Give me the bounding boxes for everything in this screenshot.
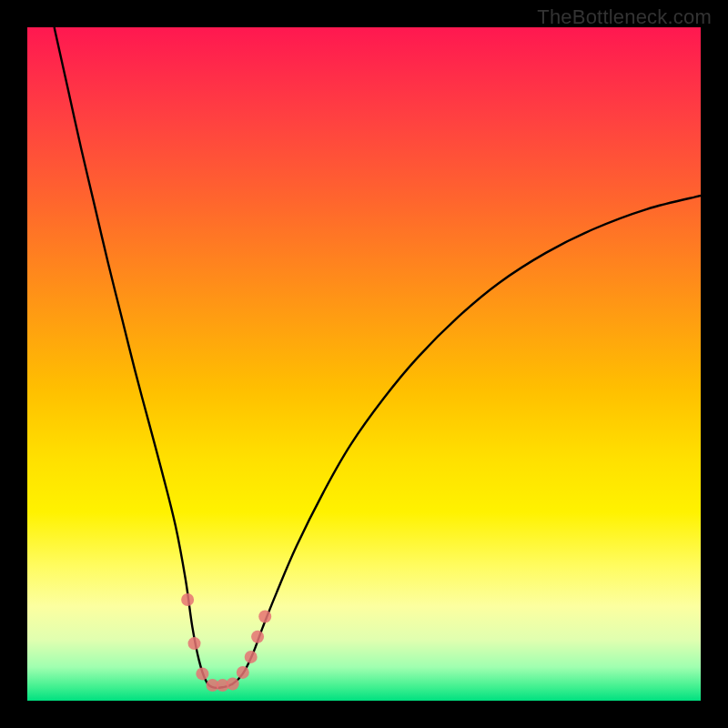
data-point [181, 593, 194, 606]
data-point [251, 631, 264, 643]
plot-area [27, 27, 701, 701]
curve-layer [27, 27, 701, 701]
bottleneck-curve [55, 27, 701, 688]
data-point [188, 637, 201, 650]
watermark-text: TheBottleneck.com [537, 5, 712, 29]
data-point [227, 678, 239, 691]
chart-frame: TheBottleneck.com [0, 0, 728, 728]
data-point [245, 651, 258, 663]
data-point [237, 666, 249, 679]
data-point [196, 667, 208, 680]
data-point [258, 611, 271, 623]
